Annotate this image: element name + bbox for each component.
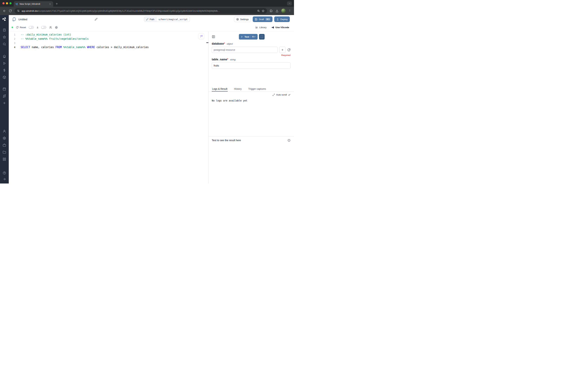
reset-button[interactable]: Reset — [16, 26, 26, 29]
status-dot — [12, 27, 13, 28]
table-name-input[interactable] — [212, 62, 291, 69]
library-button[interactable]: Library — [255, 26, 267, 29]
editor-code[interactable]: -- :daily_minimum_calories (int)-- %%tab… — [18, 33, 149, 184]
gear-icon — [236, 18, 239, 21]
help-icon[interactable] — [3, 171, 6, 175]
star-icon[interactable] — [3, 35, 6, 39]
site-settings-icon[interactable] — [17, 9, 20, 12]
browser-tab[interactable]: New Script | Windmill — [14, 1, 53, 7]
run-panel: Test ⌘↵ database* object — [209, 32, 294, 184]
reload-icon[interactable] — [9, 9, 12, 12]
back-icon[interactable] — [3, 9, 6, 13]
toggle-1[interactable] — [29, 26, 34, 29]
test-shortcut: ⌘↵ — [251, 35, 256, 38]
script-title[interactable]: Untitled — [18, 18, 27, 21]
calculator-icon[interactable] — [3, 28, 6, 32]
use-vscode-button[interactable]: Use VScode — [271, 26, 289, 29]
panel-tabs: Logs & Result History Trigger captures — [209, 86, 294, 92]
info-icon[interactable] — [287, 139, 291, 142]
runs-play-icon[interactable] — [3, 62, 6, 65]
path-label: Path — [150, 18, 154, 21]
app-sidebar — [0, 15, 9, 184]
create-plus-icon[interactable] — [3, 101, 6, 105]
script-header: Untitled Path u/henri/magical_script Set… — [9, 15, 294, 24]
downloads-icon[interactable] — [276, 9, 279, 12]
bookmark-star-icon[interactable] — [262, 9, 265, 12]
new-tab-button[interactable] — [54, 1, 59, 6]
address-bar[interactable]: app.windmill.dev/scripts/add#JTdCJTIyaGF… — [15, 8, 267, 14]
workers-briefcase-icon[interactable] — [3, 143, 6, 147]
user-icon[interactable] — [3, 129, 6, 133]
editor-toolbar: Reset ± Library Use VScode — [9, 24, 294, 32]
editor-gutter: 1234 — [9, 33, 18, 184]
tab-search-button[interactable] — [287, 1, 292, 5]
magic-wand-icon — [200, 35, 203, 38]
zoom-icon[interactable] — [257, 9, 260, 12]
test-button[interactable]: Test ⌘↵ — [239, 34, 258, 40]
plus-icon — [281, 49, 284, 51]
code-editor[interactable]: 1234 -- :daily_minimum_calories (int)-- … — [9, 32, 209, 184]
settings-button[interactable]: Settings — [234, 17, 251, 22]
field-table-name-type: string — [230, 58, 235, 61]
collapse-arrow-icon[interactable] — [3, 177, 6, 181]
folders-icon[interactable] — [3, 150, 6, 154]
schedules-calendar-icon[interactable] — [3, 87, 6, 91]
logs-section: Auto scroll No logs are available yet — [209, 92, 294, 136]
traffic-lights — [2, 2, 12, 4]
draft-button[interactable]: Draft ⌘S — [253, 17, 272, 22]
result-placeholder: Test to see the result here — [212, 139, 241, 142]
deploy-button[interactable]: Deploy — [274, 17, 290, 22]
arguments-section: Test ⌘↵ database* object — [209, 32, 294, 86]
tab-trigger-captures[interactable]: Trigger captures — [248, 86, 266, 92]
profile-avatar[interactable] — [281, 8, 286, 13]
windmill-logo[interactable] — [2, 17, 7, 21]
edit-path-pencil-icon — [146, 18, 148, 20]
windmill-favicon-icon — [15, 3, 18, 5]
library-icon — [255, 26, 258, 29]
diff-plusminus-icon[interactable]: ± — [37, 26, 38, 29]
refresh-resources-button[interactable] — [287, 48, 291, 51]
path-chip[interactable]: Path u/henri/magical_script — [144, 17, 190, 22]
add-resource-button[interactable] — [279, 47, 286, 53]
panel-left-icon[interactable] — [212, 35, 215, 39]
maximize-icon[interactable] — [272, 94, 275, 96]
collaborators-users-icon[interactable] — [49, 26, 52, 29]
play-icon — [241, 36, 243, 38]
ai-assist-button[interactable] — [198, 33, 204, 39]
draft-shortcut: ⌘S — [266, 18, 270, 21]
url-text: app.windmill.dev/scripts/add#JTdCJTIyaGF… — [22, 10, 255, 12]
editor-settings-gear-icon[interactable] — [55, 26, 58, 29]
zoom-window-button[interactable] — [9, 2, 12, 4]
extensions-puzzle-icon[interactable] — [270, 9, 273, 12]
home-icon[interactable] — [3, 55, 6, 58]
edit-title-pencil-icon[interactable] — [95, 18, 98, 21]
resources-package-icon[interactable] — [3, 75, 6, 79]
tab-close-icon[interactable] — [49, 3, 51, 5]
vscode-icon — [271, 26, 274, 29]
test-fullscreen-button[interactable] — [259, 34, 265, 40]
database-input[interactable] — [212, 47, 277, 53]
logs-empty-message: No logs are available yet — [212, 99, 291, 102]
groups-grid-icon[interactable] — [3, 158, 6, 161]
field-database-label: database* — [212, 42, 225, 45]
deploy-upload-icon — [276, 18, 279, 21]
close-window-button[interactable] — [2, 2, 5, 4]
browser-toolbar: app.windmill.dev/scripts/add#JTdCJTIyaGF… — [0, 7, 294, 15]
overview-ruler-mark — [206, 42, 209, 43]
postgresql-icon — [12, 17, 16, 22]
field-database-type: object — [227, 42, 233, 45]
required-note: Required — [212, 54, 291, 57]
scan-expand-icon — [260, 35, 263, 38]
settings-gear-icon[interactable] — [3, 136, 6, 140]
browser-menu-kebab-icon[interactable] — [288, 9, 291, 13]
refresh-icon — [16, 26, 18, 29]
triggers-route-icon[interactable] — [3, 94, 6, 98]
toggle-2[interactable] — [41, 26, 46, 29]
save-icon — [255, 18, 257, 21]
variables-dollar-icon[interactable] — [3, 69, 6, 72]
minimize-window-button[interactable] — [6, 2, 8, 4]
search-icon[interactable] — [3, 42, 6, 46]
tab-logs-result[interactable]: Logs & Result — [212, 86, 228, 92]
tab-history[interactable]: History — [234, 86, 242, 92]
check-icon[interactable] — [288, 94, 291, 96]
